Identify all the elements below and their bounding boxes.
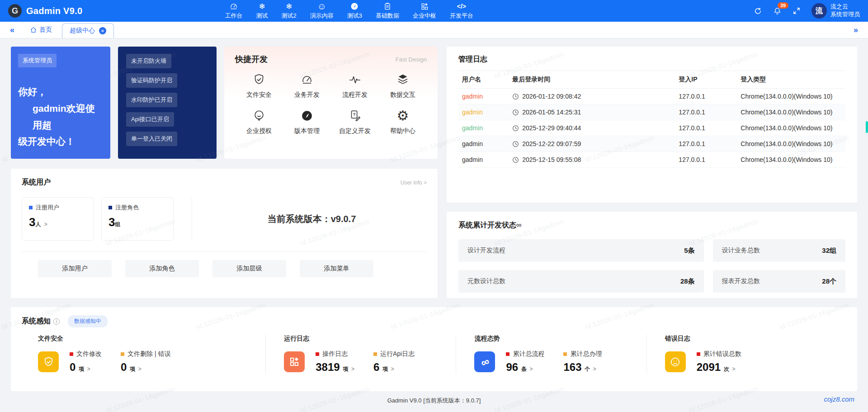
quickdev-help-center[interactable]: ⚙ 帮助中心 — [379, 108, 427, 135]
legend-square — [29, 206, 33, 209]
user-info-link[interactable]: User info > — [401, 180, 427, 186]
infinity-glyph: ∞ — [516, 221, 521, 229]
quick-dev-subtitle: Fast Design — [396, 56, 427, 63]
system-users-title: 系统用户 — [22, 178, 51, 187]
snowflake-icon: ❄ — [259, 2, 265, 11]
status-badge: 水印防护已开启 — [126, 93, 177, 107]
refresh-icon[interactable] — [754, 7, 762, 15]
dashboard-icon — [229, 2, 238, 11]
main-menu: 工作台 ❄ 测试 ❄ 测试2 ☺ 演示内容 测试3 基础数据 — [218, 0, 480, 22]
dev-status-panel: 系统累计开发状态∞ 设计开发流程 5条 设计业务总数 32组 元数设计总数 28… — [447, 212, 857, 298]
user-menu[interactable]: 流 流之云 系统管理员 — [811, 3, 860, 19]
fullscreen-icon[interactable] — [793, 7, 801, 15]
add-user-button[interactable]: 添加用户 — [38, 260, 112, 277]
stat-total-handled[interactable]: 累计总办理 163 个 > — [563, 350, 602, 374]
notifications-bell-icon[interactable]: 39 — [773, 7, 782, 15]
sad-face-icon — [665, 351, 686, 372]
table-row: gadmin 2026-01-12 09:08:42 127.0.0.1 Chr… — [458, 89, 845, 104]
blocks-icon — [420, 2, 429, 11]
quickdev-enterprise-auth[interactable]: 企业授权 — [235, 108, 283, 135]
quickdev-data-exchange[interactable]: 数据交互 — [379, 72, 427, 99]
stat-operation-log[interactable]: 操作日志 3819 项 > — [316, 350, 354, 374]
nav-item-enterprise[interactable]: 企业中枢 — [406, 0, 443, 22]
username-link[interactable]: gadmin — [462, 124, 483, 132]
quickdev-business-dev[interactable]: 业务开发 — [283, 72, 331, 99]
registered-roles-stat[interactable]: 注册角色 3组 — [101, 197, 174, 241]
admin-log-table: 用户名 最后登录时间 登入IP 登入类型 gadmin 2026-01-12 0… — [458, 71, 845, 168]
dev-stat-flows: 设计开发流程 5条 — [458, 239, 704, 262]
scrollbar-indicator[interactable] — [866, 121, 868, 133]
nav-item-label: 测试2 — [281, 12, 296, 20]
nav-item-test3[interactable]: 测试3 — [340, 0, 369, 22]
left-column: 系统管理员 你好， gadmin欢迎使用超 级开发中心！ 未开启防火墙 验证码防… — [11, 47, 438, 298]
table-row: gadmin 2026-01-05 14:25:31 127.0.0.1 Chr… — [458, 104, 845, 120]
tabs-collapse-right[interactable]: » — [850, 25, 862, 35]
notification-count-badge: 39 — [778, 2, 788, 9]
add-level-button[interactable]: 添加层级 — [212, 260, 286, 277]
perception-group-error-log: 错误日志 累计错误总数 2091 次 > — [646, 335, 846, 374]
nav-item-test2[interactable]: ❄ 测试2 — [274, 0, 303, 22]
top-navbar: G Gadmin V9.0 工作台 ❄ 测试 ❄ 测试2 ☺ 演示内容 测试3 — [0, 0, 868, 22]
perception-group-flow-trend: 流程态势 ∞ 累计总流程 96 条 > 累计总办理 1 — [456, 335, 646, 374]
welcome-text: 你好， gadmin欢迎使用超 级开发中心！ — [18, 84, 103, 150]
perception-group-run-log: 运行日志 操作日志 3819 项 > 运行Api日志 — [265, 335, 456, 374]
quickdev-file-security[interactable]: 文件安全 — [235, 72, 283, 99]
registered-users-stat[interactable]: 注册用户 3人 > — [22, 197, 94, 241]
username-link[interactable]: gadmin — [462, 140, 483, 147]
code-icon: </> — [457, 2, 466, 11]
username-link[interactable]: gadmin — [462, 109, 483, 116]
app-logo[interactable]: G Gadmin V9.0 — [8, 4, 82, 18]
stat-total-flows[interactable]: 累计总流程 96 条 > — [506, 350, 544, 374]
dev-stat-metadata: 元数设计总数 28条 — [458, 270, 704, 293]
nav-item-devplatform[interactable]: </> 开发平台 — [443, 0, 480, 22]
infinity-icon: ∞ — [474, 351, 495, 372]
welcome-card: 系统管理员 你好， gadmin欢迎使用超 级开发中心！ — [11, 47, 110, 159]
nav-item-demo[interactable]: ☺ 演示内容 — [303, 0, 340, 22]
pulse-icon — [348, 72, 362, 87]
tabs-collapse-left[interactable]: « — [6, 25, 18, 35]
add-menu-button[interactable]: 添加菜单 — [300, 260, 373, 277]
close-icon[interactable]: ✕ — [99, 27, 106, 34]
username-link[interactable]: gadmin — [462, 156, 483, 163]
snowflake-icon: ❄ — [286, 2, 292, 11]
info-icon[interactable]: i — [53, 318, 60, 325]
status-badge: 验证码防护开启 — [126, 73, 177, 88]
col-username: 用户名 — [458, 71, 509, 89]
site-link[interactable]: cojz8.com — [824, 395, 854, 403]
clock-icon — [512, 141, 519, 147]
table-row: gadmin 2025-12-29 09:40:44 127.0.0.1 Chr… — [458, 120, 845, 136]
quickdev-flow-dev[interactable]: 流程开发 — [331, 72, 379, 99]
stat-file-delete-error[interactable]: 文件删除 | 错误 0 项 > — [121, 350, 170, 374]
username-link[interactable]: gadmin — [462, 93, 483, 100]
stat-api-log[interactable]: 运行Api日志 6 项 > — [373, 350, 415, 374]
gear-icon: ⚙ — [397, 108, 409, 123]
tab-home-label: 首页 — [39, 26, 52, 34]
nav-item-test[interactable]: ❄ 测试 — [249, 0, 274, 22]
user-role: 系统管理员 — [830, 11, 860, 19]
stat-file-modify[interactable]: 文件修改 0 项 > — [70, 350, 102, 374]
layers-icon — [396, 72, 410, 87]
nav-item-label: 测试 — [256, 12, 268, 20]
col-login-type: 登入类型 — [737, 71, 845, 89]
stat-total-errors[interactable]: 累计错误总数 2091 次 > — [697, 350, 741, 374]
quick-dev-title: 快捷开发 — [235, 54, 268, 65]
add-role-button[interactable]: 添加角色 — [125, 260, 199, 277]
tab-home[interactable]: 首页 — [30, 26, 52, 34]
nav-item-label: 工作台 — [225, 12, 242, 20]
dev-stat-business: 设计业务总数 32组 — [713, 239, 845, 262]
col-login-ip: 登入IP — [675, 71, 737, 89]
quickdev-custom-dev[interactable]: ? 自定义开发 — [331, 108, 379, 135]
nav-item-label: 测试3 — [347, 12, 362, 20]
vertical-divider — [192, 197, 192, 241]
clock-icon — [512, 109, 519, 116]
app-title: Gadmin V9.0 — [26, 6, 82, 16]
legend-square — [108, 206, 112, 209]
user-org: 流之云 — [830, 3, 860, 11]
tab-super-center[interactable]: 超级中心 ✕ — [62, 23, 114, 38]
nav-item-basedata[interactable]: 基础数据 — [369, 0, 406, 22]
nav-item-workbench[interactable]: 工作台 — [218, 0, 249, 22]
security-status-card: 未开启防火墙 验证码防护开启 水印防护已开启 Api接口已开启 单一登入已关闭 — [118, 47, 217, 159]
quick-dev-panel: 快捷开发 Fast Design 文件安全 — [224, 47, 438, 159]
dev-status-title: 系统累计开发状态∞ — [458, 221, 845, 230]
quickdev-version-mgmt[interactable]: 版本管理 — [283, 108, 331, 135]
